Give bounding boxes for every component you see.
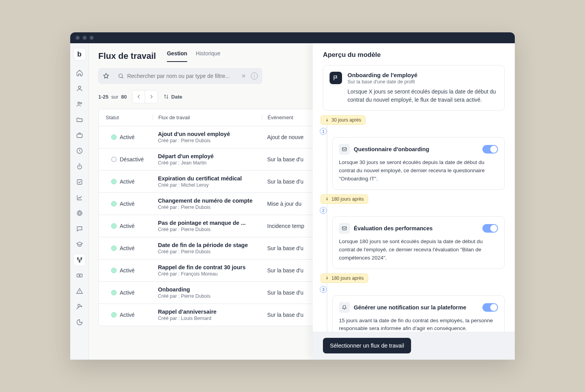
nav-workflow-icon[interactable] [73, 254, 86, 266]
flow-name: Pas de pointage et manque de ... [158, 220, 262, 226]
status-dot-icon [111, 312, 117, 318]
status-dot-icon [111, 223, 117, 229]
app-logo: b [73, 48, 86, 60]
svg-point-2 [80, 102, 82, 104]
search-icon [118, 73, 124, 79]
nav-chart-icon[interactable] [73, 191, 86, 204]
panel-footer: Sélectionner un flux de travail [313, 332, 515, 360]
step-icon [339, 302, 350, 313]
step-desc: Lorsque 30 jours se seront écoulés depui… [339, 159, 498, 183]
flow-name: Départ d'un employé [158, 153, 262, 159]
svg-rect-17 [342, 227, 347, 230]
step-desc: 15 jours avant la date de fin du contrat… [339, 317, 498, 332]
nav-chat-icon[interactable] [73, 222, 86, 235]
chevron-right-icon [149, 94, 154, 99]
svg-rect-3 [77, 134, 82, 138]
window-min-dot[interactable] [83, 36, 87, 40]
nav-target-icon[interactable] [73, 207, 86, 219]
nav-clock-icon[interactable] [73, 145, 86, 157]
nav-alert-icon[interactable] [73, 285, 86, 297]
svg-rect-16 [342, 148, 347, 151]
nav-adduser-icon[interactable] [73, 300, 86, 313]
status-cell: Activé [106, 134, 152, 140]
col-flow: Flux de travail [152, 115, 262, 120]
hero-desc: Lorsque X jours se seront écoulés depuis… [347, 88, 498, 104]
step-card: Questionnaire d'onboarding Lorsque 30 jo… [332, 137, 505, 190]
nav-home-icon[interactable] [73, 67, 86, 79]
window-close-dot[interactable] [76, 36, 80, 40]
svg-point-9 [77, 258, 78, 259]
tab-historique[interactable]: Historique [196, 50, 220, 62]
pager [132, 90, 158, 103]
status-cell: Activé [106, 267, 152, 274]
nav-briefcase-icon[interactable] [73, 129, 86, 141]
clear-search-icon[interactable]: ✕ [240, 73, 248, 79]
delay-text: 180 jours après [332, 196, 364, 202]
window-titlebar [70, 32, 515, 43]
pagination-range: 1-25 [98, 94, 108, 100]
nav-timer-icon[interactable] [73, 160, 86, 173]
favorites-button[interactable] [98, 68, 114, 84]
pagination-of: sur [111, 94, 118, 100]
flow-cell: Rappel d'anniversaire Créé par : Louis B… [152, 309, 262, 321]
search-info-icon[interactable]: i [251, 72, 258, 79]
hero-subtitle: Sur la base d'une date de profil [347, 79, 498, 85]
status-dot-icon [111, 290, 117, 295]
search-input[interactable] [124, 73, 240, 79]
status-label: Activé [120, 290, 135, 296]
flow-creator: Créé par : Pierre Dubois [158, 293, 262, 299]
status-label: Activé [120, 223, 135, 229]
flow-creator: Créé par : Pierre Dubois [158, 138, 262, 143]
flow-name: Ajout d'un nouvel employé [158, 131, 262, 137]
svg-point-0 [78, 86, 81, 88]
window-max-dot[interactable] [90, 36, 94, 40]
nav-pie-icon[interactable] [73, 316, 86, 328]
svg-point-8 [78, 212, 81, 214]
flow-cell: Départ d'un employé Créé par : Jean Mart… [152, 153, 262, 166]
nav-grad-icon[interactable] [73, 238, 86, 251]
sort-label: Date [171, 94, 182, 100]
step-toggle[interactable] [482, 145, 498, 154]
svg-point-14 [78, 304, 80, 307]
pager-prev[interactable] [133, 90, 145, 103]
flow-name: Expiration du certificat médical [158, 175, 262, 182]
main-content: Flux de travail Gestion Historique ✕ i [89, 43, 515, 360]
panel-title: Aperçu du modèle [323, 51, 505, 59]
step-icon [339, 144, 350, 155]
flow-name: Rappel de fin de contrat 30 jours [158, 264, 262, 270]
status-label: Activé [120, 201, 135, 207]
nav-user-icon[interactable] [73, 82, 86, 95]
svg-point-10 [81, 258, 82, 259]
status-label: Activé [120, 245, 135, 251]
step-toggle[interactable] [482, 303, 498, 312]
nav-folder-icon[interactable] [73, 113, 86, 126]
step-number: 1 [320, 128, 327, 135]
pager-next[interactable] [145, 90, 158, 103]
flow-name: Rappel d'anniversaire [158, 309, 262, 315]
step-title: Évaluation des performances [354, 225, 479, 231]
search-box: ✕ i [114, 68, 262, 84]
select-workflow-button[interactable]: Sélectionner un flux de travail [323, 338, 411, 353]
step-number: 3 [320, 286, 327, 293]
svg-point-15 [119, 74, 122, 78]
sort-button[interactable]: Date [163, 94, 182, 100]
status-dot-icon [111, 268, 117, 273]
step-toggle[interactable] [482, 224, 498, 233]
step-title: Générer une notification sur la platefor… [354, 304, 479, 311]
flow-creator: Créé par : François Moreau [158, 271, 262, 277]
tabs: Gestion Historique [167, 50, 220, 62]
nav-money-icon[interactable] [73, 269, 86, 282]
nav-check-icon[interactable] [73, 176, 86, 188]
svg-point-1 [78, 102, 80, 104]
flow-cell: Onboarding Créé par : Pierre Dubois [152, 286, 262, 299]
svg-point-7 [77, 211, 82, 215]
status-cell: Désactivé [106, 156, 152, 162]
app-window: b Flux de travail Ges [70, 32, 515, 360]
flow-cell: Pas de pointage et manque de ... Créé pa… [152, 220, 262, 232]
tab-gestion[interactable]: Gestion [167, 50, 187, 62]
pin-icon [325, 197, 329, 201]
status-label: Désactivé [120, 156, 144, 162]
nav-users-icon[interactable] [73, 98, 86, 110]
flow-name: Date de fin de la période de stage [158, 242, 262, 248]
status-label: Activé [120, 267, 135, 274]
